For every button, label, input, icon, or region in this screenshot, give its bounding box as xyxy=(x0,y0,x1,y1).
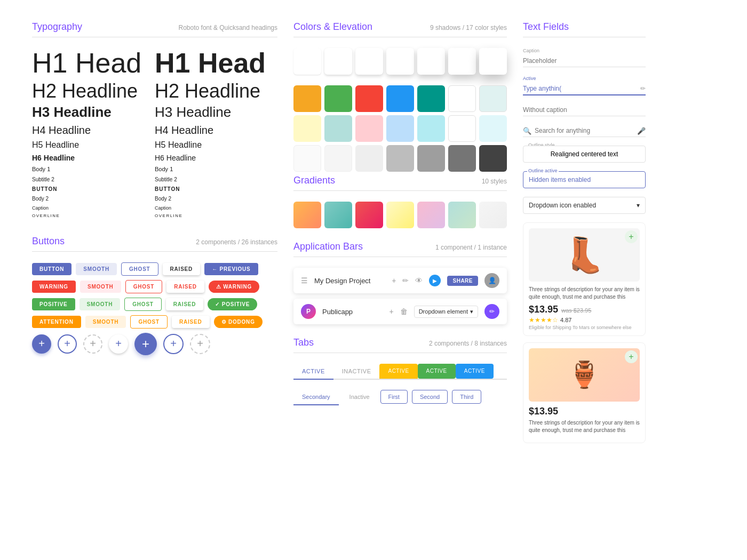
dropdown-field[interactable]: Dropdown icon enabled ▾ xyxy=(523,197,646,214)
menu-icon[interactable]: ☰ xyxy=(301,276,308,285)
product-1-description: Three strings of description for your an… xyxy=(529,286,640,301)
field-placeholder[interactable] xyxy=(523,55,646,67)
fab-filled-lg[interactable]: + xyxy=(134,333,157,355)
btn-raised-positive[interactable]: RAISED xyxy=(166,298,204,310)
appbar-dropdown[interactable]: Dropdown element ▾ xyxy=(414,306,478,318)
tabs-subtitle: 2 components / 8 instances xyxy=(429,340,507,347)
colors-panel: Colors & Elevation 9 shadows / 17 color … xyxy=(293,21,507,443)
btn-attention-pill[interactable]: ⚙ DODONG xyxy=(214,316,263,328)
dropdown-arrow-icon: ▾ xyxy=(637,202,640,209)
typography-grid: H1 Head H1 Head H2 Headline H2 Headline … xyxy=(32,48,277,220)
type-h4-left: H4 Headline xyxy=(32,123,155,138)
btn-smooth-attention[interactable]: SMOOTH xyxy=(85,316,126,328)
color-orange xyxy=(293,85,321,112)
product-1-price: $13.95 xyxy=(529,304,558,315)
btn-ghost-primary[interactable]: GHOST xyxy=(121,262,158,276)
btn-smooth-primary[interactable]: SMOOTH xyxy=(76,263,117,275)
btn-warning-pill[interactable]: ⚠ WARNING xyxy=(209,281,259,293)
btn-raised-attention[interactable]: RAISED xyxy=(172,316,210,328)
appbar-eye-icon[interactable]: 👁 xyxy=(415,276,423,285)
btn-positive-pill[interactable]: ✓ POSITIVE xyxy=(208,298,257,310)
shadow-3 xyxy=(355,48,383,75)
appbar-add-icon[interactable]: + xyxy=(392,276,396,285)
type-h5-right: H5 Headline xyxy=(155,139,277,151)
btn-smooth-warning[interactable]: SMOOTH xyxy=(80,281,121,293)
shadow-swatches xyxy=(293,48,507,75)
type-button-right: BUTTON xyxy=(155,185,277,194)
tab-second[interactable]: Second xyxy=(412,390,448,404)
type-h4-right: H4 Headline xyxy=(155,123,277,138)
btn-ghost-positive[interactable]: GHOST xyxy=(124,298,162,311)
typography-title: Typography xyxy=(32,21,82,33)
tab-active[interactable]: ACTIVE xyxy=(293,364,333,380)
btn-raised-warning[interactable]: RAISED xyxy=(166,281,204,293)
gradient-3 xyxy=(355,202,383,228)
btn-primary[interactable]: BUTTON xyxy=(32,263,71,275)
mic-icon[interactable]: 🎤 xyxy=(637,127,646,135)
appbar-2: P Publicapp + 🗑 Dropdown element ▾ ✏ xyxy=(293,299,507,324)
product-add-button[interactable]: + xyxy=(625,230,638,243)
appbar-edit-icon[interactable]: ✏ xyxy=(402,276,409,285)
button-row-warning: WARNING SMOOTH GHOST RAISED ⚠ WARNING xyxy=(32,280,277,293)
search-input[interactable] xyxy=(535,125,637,137)
color-mint xyxy=(479,115,507,142)
field-group-caption: Caption xyxy=(523,48,646,67)
fab-ghost-lg[interactable]: + xyxy=(190,334,210,354)
fab-outline[interactable]: + xyxy=(58,334,77,354)
colors-title: Colors & Elevation xyxy=(293,21,372,33)
product-stars: ★★★★☆ xyxy=(529,316,558,324)
edit-icon: ✏ xyxy=(640,85,646,92)
gradients-header: Gradients 10 styles xyxy=(293,175,507,191)
appbar-edit-circle[interactable]: ✏ xyxy=(484,304,499,319)
product-2-add-button[interactable]: + xyxy=(625,350,638,363)
btn-attention[interactable]: ATTENTION xyxy=(32,316,81,328)
appbar-2-add-icon[interactable]: + xyxy=(389,307,393,316)
field-group-outline-active: Outline active xyxy=(523,171,646,188)
type-h2-left: H2 Headline xyxy=(32,79,155,102)
field-no-caption[interactable] xyxy=(523,104,646,116)
outline-active-input[interactable] xyxy=(523,171,646,188)
tab-inactive-2[interactable]: Inactive xyxy=(341,389,378,404)
type-overline-left: OVERLINE xyxy=(32,213,155,220)
type-caption-left: Caption xyxy=(32,204,155,212)
tab-active-green[interactable]: Active xyxy=(418,364,456,379)
type-body2-left: Body 2 xyxy=(32,195,155,203)
btn-positive[interactable]: POSITIVE xyxy=(32,298,75,310)
fab-primary[interactable]: + xyxy=(32,334,51,354)
btn-warning[interactable]: WARNING xyxy=(32,281,76,293)
tab-inactive[interactable]: INACTIVE xyxy=(333,364,380,379)
btn-smooth-positive[interactable]: SMOOTH xyxy=(80,298,121,310)
product-2-price: $13.95 xyxy=(529,406,558,417)
color-light-blue xyxy=(386,115,414,142)
btn-ghost-warning[interactable]: GHOST xyxy=(125,280,163,293)
fab-outline-lg[interactable]: + xyxy=(163,334,184,354)
fab-ghost[interactable]: + xyxy=(83,334,102,354)
tab-active-yellow[interactable]: ACTIVE xyxy=(379,364,417,379)
tab-first[interactable]: First xyxy=(380,390,408,404)
appbar-2-trash-icon[interactable]: 🗑 xyxy=(400,307,408,316)
product-1-pricing: $13.95 was $23.95 xyxy=(529,304,640,315)
tabs-row-2: Secondary Inactive First Second Third xyxy=(293,385,507,409)
tab-third[interactable]: Third xyxy=(452,390,481,404)
textfields-panel: Text Fields Caption Active ✏ 🔍 🎤 xyxy=(523,21,646,443)
color-white-2 xyxy=(448,115,476,142)
btn-raised-primary[interactable]: RAISED xyxy=(163,263,201,275)
appbar-play-icon[interactable]: ▶ xyxy=(429,275,441,286)
btn-prev[interactable]: ← PREVIOUS xyxy=(204,263,258,275)
btn-ghost-attention[interactable]: GHOST xyxy=(130,315,168,329)
field-active-input[interactable] xyxy=(523,83,640,94)
outline-input[interactable] xyxy=(523,146,646,163)
tab-secondary[interactable]: Secondary xyxy=(293,389,339,405)
vase-icon: 🏺 xyxy=(568,360,600,390)
shadow-4 xyxy=(386,48,414,75)
appbar-share-button[interactable]: SHARE xyxy=(447,276,478,286)
color-gray-50 xyxy=(293,145,321,172)
textfields-header: Text Fields xyxy=(523,21,646,37)
buttons-title: Buttons xyxy=(32,236,65,247)
fab-raised[interactable]: + xyxy=(109,334,128,354)
field-active-label: Active xyxy=(523,76,646,81)
appbar-p-avatar: P xyxy=(301,304,316,319)
gradients-subtitle: 10 styles xyxy=(482,178,507,185)
tab-active-blue2[interactable]: Active xyxy=(456,364,494,379)
gradients-title: Gradients xyxy=(293,175,335,186)
